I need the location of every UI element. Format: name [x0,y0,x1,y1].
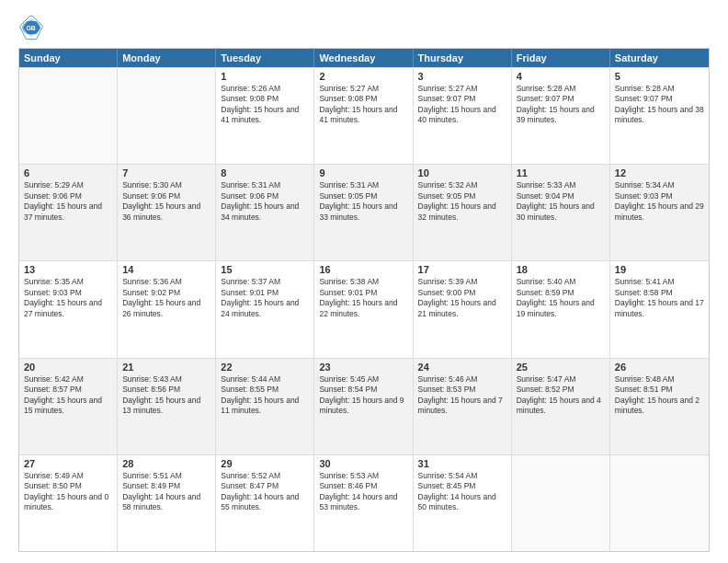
day-cell-24: 24Sunrise: 5:46 AM Sunset: 8:53 PM Dayli… [414,359,512,454]
day-info: Sunrise: 5:26 AM Sunset: 9:08 PM Dayligh… [221,84,309,126]
day-cell-11: 11Sunrise: 5:33 AM Sunset: 9:04 PM Dayli… [512,165,610,260]
day-number: 27 [24,458,112,469]
day-info: Sunrise: 5:36 AM Sunset: 9:02 PM Dayligh… [122,277,210,319]
day-info: Sunrise: 5:35 AM Sunset: 9:03 PM Dayligh… [24,277,112,319]
day-number: 25 [517,362,605,373]
empty-cell [610,455,709,551]
header-day-sunday: Sunday [19,49,118,67]
day-info: Sunrise: 5:33 AM Sunset: 9:04 PM Dayligh… [517,180,605,223]
day-number: 6 [24,167,112,178]
day-info: Sunrise: 5:37 AM Sunset: 9:01 PM Dayligh… [221,277,309,319]
calendar-body: 1Sunrise: 5:26 AM Sunset: 9:08 PM Daylig… [19,67,709,551]
calendar-row-1: 1Sunrise: 5:26 AM Sunset: 9:08 PM Daylig… [19,67,709,164]
day-cell-26: 26Sunrise: 5:48 AM Sunset: 8:51 PM Dayli… [610,359,709,454]
svg-text:GB: GB [26,25,36,31]
day-number: 26 [615,362,704,373]
day-number: 30 [319,458,407,469]
day-cell-17: 17Sunrise: 5:39 AM Sunset: 9:00 PM Dayli… [414,261,512,357]
day-number: 19 [615,264,704,275]
header-day-thursday: Thursday [414,49,512,67]
day-cell-14: 14Sunrise: 5:36 AM Sunset: 9:02 PM Dayli… [118,261,216,357]
day-info: Sunrise: 5:30 AM Sunset: 9:06 PM Dayligh… [122,180,210,223]
calendar-row-5: 27Sunrise: 5:49 AM Sunset: 8:50 PM Dayli… [19,454,709,551]
day-info: Sunrise: 5:45 AM Sunset: 8:54 PM Dayligh… [319,374,407,417]
day-number: 4 [517,71,605,82]
day-cell-29: 29Sunrise: 5:52 AM Sunset: 8:47 PM Dayli… [216,455,314,551]
day-info: Sunrise: 5:39 AM Sunset: 9:00 PM Dayligh… [418,277,506,319]
day-cell-30: 30Sunrise: 5:53 AM Sunset: 8:46 PM Dayli… [314,455,413,551]
day-number: 23 [319,362,407,373]
day-info: Sunrise: 5:41 AM Sunset: 8:58 PM Dayligh… [615,277,704,319]
day-cell-18: 18Sunrise: 5:40 AM Sunset: 8:59 PM Dayli… [512,261,610,357]
day-number: 20 [24,362,112,373]
day-info: Sunrise: 5:49 AM Sunset: 8:50 PM Dayligh… [24,471,112,513]
day-number: 29 [221,458,309,469]
day-number: 9 [319,167,407,178]
day-number: 24 [418,362,506,373]
day-number: 2 [319,71,407,82]
logo-icon: GB [18,15,44,40]
day-info: Sunrise: 5:51 AM Sunset: 8:49 PM Dayligh… [122,471,210,513]
day-cell-31: 31Sunrise: 5:54 AM Sunset: 8:45 PM Dayli… [414,455,512,551]
day-number: 21 [122,362,210,373]
day-info: Sunrise: 5:42 AM Sunset: 8:57 PM Dayligh… [24,374,112,417]
day-cell-25: 25Sunrise: 5:47 AM Sunset: 8:52 PM Dayli… [512,359,610,454]
day-cell-16: 16Sunrise: 5:38 AM Sunset: 9:01 PM Dayli… [314,261,413,357]
day-cell-28: 28Sunrise: 5:51 AM Sunset: 8:49 PM Dayli… [118,455,216,551]
day-info: Sunrise: 5:47 AM Sunset: 8:52 PM Dayligh… [517,374,605,417]
day-number: 31 [418,458,506,469]
day-info: Sunrise: 5:54 AM Sunset: 8:45 PM Dayligh… [418,471,506,513]
day-info: Sunrise: 5:27 AM Sunset: 9:08 PM Dayligh… [319,84,407,126]
day-cell-8: 8Sunrise: 5:31 AM Sunset: 9:06 PM Daylig… [216,165,314,260]
day-info: Sunrise: 5:43 AM Sunset: 8:56 PM Dayligh… [122,374,210,417]
day-info: Sunrise: 5:46 AM Sunset: 8:53 PM Dayligh… [418,374,506,417]
day-cell-15: 15Sunrise: 5:37 AM Sunset: 9:01 PM Dayli… [216,261,314,357]
day-info: Sunrise: 5:32 AM Sunset: 9:05 PM Dayligh… [418,180,506,223]
day-cell-6: 6Sunrise: 5:29 AM Sunset: 9:06 PM Daylig… [19,165,118,260]
day-number: 13 [24,264,112,275]
day-number: 11 [517,167,605,178]
day-number: 15 [221,264,309,275]
day-cell-23: 23Sunrise: 5:45 AM Sunset: 8:54 PM Dayli… [314,359,413,454]
day-cell-2: 2Sunrise: 5:27 AM Sunset: 9:08 PM Daylig… [314,68,413,164]
day-cell-9: 9Sunrise: 5:31 AM Sunset: 9:05 PM Daylig… [314,165,413,260]
day-number: 28 [122,458,210,469]
page: GB SundayMondayTuesdayWednesdayThursdayF… [0,0,728,563]
day-number: 5 [615,71,704,82]
day-info: Sunrise: 5:28 AM Sunset: 9:07 PM Dayligh… [615,84,704,126]
day-info: Sunrise: 5:28 AM Sunset: 9:07 PM Dayligh… [517,84,605,126]
day-info: Sunrise: 5:31 AM Sunset: 9:06 PM Dayligh… [221,180,309,223]
header-day-friday: Friday [512,49,610,67]
header-day-monday: Monday [118,49,216,67]
day-info: Sunrise: 5:53 AM Sunset: 8:46 PM Dayligh… [319,471,407,513]
calendar-header: SundayMondayTuesdayWednesdayThursdayFrid… [19,49,709,67]
empty-cell [118,68,216,164]
day-info: Sunrise: 5:34 AM Sunset: 9:03 PM Dayligh… [615,180,704,223]
day-info: Sunrise: 5:44 AM Sunset: 8:55 PM Dayligh… [221,374,309,417]
day-info: Sunrise: 5:31 AM Sunset: 9:05 PM Dayligh… [319,180,407,223]
calendar-row-2: 6Sunrise: 5:29 AM Sunset: 9:06 PM Daylig… [19,164,709,260]
header-day-saturday: Saturday [610,49,709,67]
day-number: 17 [418,264,506,275]
day-number: 16 [319,264,407,275]
day-info: Sunrise: 5:38 AM Sunset: 9:01 PM Dayligh… [319,277,407,319]
day-number: 10 [418,167,506,178]
calendar: SundayMondayTuesdayWednesdayThursdayFrid… [18,48,710,552]
day-cell-27: 27Sunrise: 5:49 AM Sunset: 8:50 PM Dayli… [19,455,118,551]
day-info: Sunrise: 5:48 AM Sunset: 8:51 PM Dayligh… [615,374,704,417]
day-cell-1: 1Sunrise: 5:26 AM Sunset: 9:08 PM Daylig… [216,68,314,164]
day-number: 3 [418,71,506,82]
day-number: 7 [122,167,210,178]
day-info: Sunrise: 5:29 AM Sunset: 9:06 PM Dayligh… [24,180,112,223]
empty-cell [19,68,118,164]
day-cell-5: 5Sunrise: 5:28 AM Sunset: 9:07 PM Daylig… [610,68,709,164]
day-info: Sunrise: 5:27 AM Sunset: 9:07 PM Dayligh… [418,84,506,126]
calendar-row-4: 20Sunrise: 5:42 AM Sunset: 8:57 PM Dayli… [19,358,709,454]
day-cell-7: 7Sunrise: 5:30 AM Sunset: 9:06 PM Daylig… [118,165,216,260]
header-day-wednesday: Wednesday [314,49,413,67]
day-number: 8 [221,167,309,178]
header-day-tuesday: Tuesday [216,49,314,67]
header: GB [18,15,710,40]
day-number: 18 [517,264,605,275]
day-cell-4: 4Sunrise: 5:28 AM Sunset: 9:07 PM Daylig… [512,68,610,164]
